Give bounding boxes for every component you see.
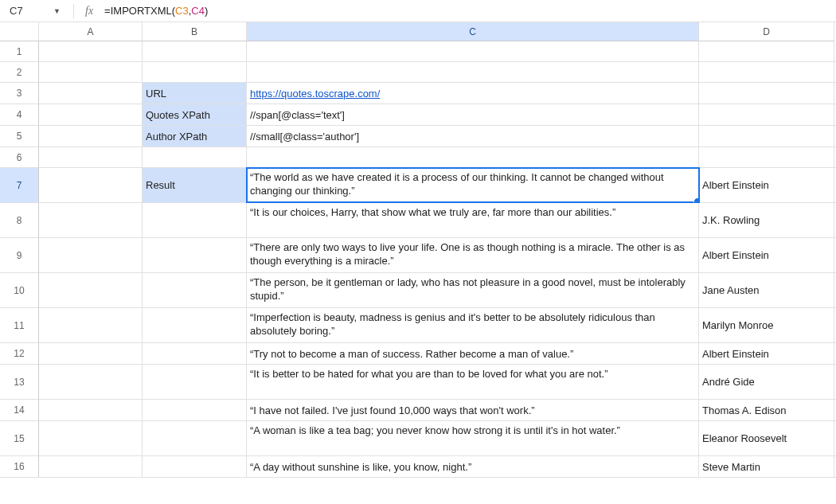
divider <box>73 4 74 18</box>
cell-B4[interactable]: Quotes XPath <box>143 104 247 125</box>
cell-B13[interactable] <box>143 365 247 399</box>
grid: 12345678910111213141516 URLhttps://quote… <box>0 41 836 478</box>
cell-C3[interactable]: https://quotes.toscrape.com/ <box>247 83 699 104</box>
cells: URLhttps://quotes.toscrape.com/Quotes XP… <box>39 41 836 478</box>
cell-A12[interactable] <box>39 343 143 364</box>
cell-D5[interactable] <box>699 126 834 147</box>
cell-A1[interactable] <box>39 41 143 61</box>
select-all-corner[interactable] <box>0 22 39 41</box>
cell-B5[interactable]: Author XPath <box>143 126 247 147</box>
cell-A5[interactable] <box>39 126 143 147</box>
cell-C7[interactable]: “The world as we have created it is a pr… <box>247 168 699 202</box>
cell-A10[interactable] <box>39 273 143 307</box>
cell-B7[interactable]: Result <box>143 168 247 202</box>
cell-D4[interactable] <box>699 104 834 125</box>
cell-D15[interactable]: Eleanor Roosevelt <box>699 421 834 455</box>
cell-D16[interactable]: Steve Martin <box>699 456 834 477</box>
row-11: “Imperfection is beauty, madness is geni… <box>39 308 836 343</box>
cell-A11[interactable] <box>39 308 143 342</box>
cell-B16[interactable] <box>143 456 247 477</box>
cell-A13[interactable] <box>39 365 143 399</box>
row-header-14[interactable]: 14 <box>0 400 39 421</box>
cell-D2[interactable] <box>699 62 834 82</box>
cell-D9[interactable]: Albert Einstein <box>699 238 834 272</box>
dropdown-icon[interactable]: ▼ <box>53 7 61 15</box>
row-15: “A woman is like a tea bag; you never kn… <box>39 421 836 456</box>
row-header-13[interactable]: 13 <box>0 365 39 400</box>
cell-A2[interactable] <box>39 62 143 82</box>
cell-C15[interactable]: “A woman is like a tea bag; you never kn… <box>247 421 699 455</box>
column-header-A[interactable]: A <box>39 22 143 41</box>
cell-B10[interactable] <box>143 273 247 307</box>
row-header-3[interactable]: 3 <box>0 83 39 104</box>
row-header-11[interactable]: 11 <box>0 308 39 343</box>
formula-input[interactable]: =IMPORTXML(C3,C4) <box>104 5 831 17</box>
cell-C12[interactable]: “Try not to become a man of success. Rat… <box>247 343 699 364</box>
cell-A9[interactable] <box>39 238 143 272</box>
row-header-5[interactable]: 5 <box>0 126 39 147</box>
cell-B12[interactable] <box>143 343 247 364</box>
row-header-1[interactable]: 1 <box>0 41 39 62</box>
row-header-6[interactable]: 6 <box>0 147 39 168</box>
cell-C6[interactable] <box>247 147 699 167</box>
cell-A15[interactable] <box>39 421 143 455</box>
cell-C1[interactable] <box>247 41 699 61</box>
cell-C14[interactable]: “I have not failed. I've just found 10,0… <box>247 400 699 420</box>
row-header-16[interactable]: 16 <box>0 456 39 478</box>
cell-D8[interactable]: J.K. Rowling <box>699 203 834 237</box>
cell-C13[interactable]: “It is better to be hated for what you a… <box>247 365 699 399</box>
cell-B2[interactable] <box>143 62 247 82</box>
cell-B9[interactable] <box>143 238 247 272</box>
row-header-7[interactable]: 7 <box>0 168 39 203</box>
row-header-9[interactable]: 9 <box>0 238 39 273</box>
row-6 <box>39 147 836 168</box>
cell-C2[interactable] <box>247 62 699 82</box>
cell-A16[interactable] <box>39 456 143 477</box>
cell-C9[interactable]: “There are only two ways to live your li… <box>247 238 699 272</box>
cell-B8[interactable] <box>143 203 247 237</box>
row-3: URLhttps://quotes.toscrape.com/ <box>39 83 836 104</box>
cell-C11[interactable]: “Imperfection is beauty, madness is geni… <box>247 308 699 342</box>
cell-B15[interactable] <box>143 421 247 455</box>
cell-C16[interactable]: “A day without sunshine is like, you kno… <box>247 456 699 477</box>
column-header-B[interactable]: B <box>143 22 247 41</box>
cell-B6[interactable] <box>143 147 247 167</box>
cell-B14[interactable] <box>143 400 247 420</box>
cell-A4[interactable] <box>39 104 143 125</box>
row-4: Quotes XPath//span[@class='text'] <box>39 104 836 126</box>
name-box-value: C7 <box>10 5 53 17</box>
row-header-8[interactable]: 8 <box>0 203 39 238</box>
cell-D7[interactable]: Albert Einstein <box>699 168 834 202</box>
cell-C10[interactable]: “The person, be it gentleman or lady, wh… <box>247 273 699 307</box>
row-header-15[interactable]: 15 <box>0 421 39 456</box>
cell-D1[interactable] <box>699 41 834 61</box>
cell-B1[interactable] <box>143 41 247 61</box>
row-headers: 12345678910111213141516 <box>0 41 39 478</box>
row-1 <box>39 41 836 62</box>
column-header-D[interactable]: D <box>699 22 834 41</box>
url-link[interactable]: https://quotes.toscrape.com/ <box>250 87 380 100</box>
cell-D10[interactable]: Jane Austen <box>699 273 834 307</box>
cell-C4[interactable]: //span[@class='text'] <box>247 104 699 125</box>
row-header-10[interactable]: 10 <box>0 273 39 308</box>
cell-A7[interactable] <box>39 168 143 202</box>
row-header-4[interactable]: 4 <box>0 104 39 126</box>
row-header-2[interactable]: 2 <box>0 62 39 83</box>
cell-D11[interactable]: Marilyn Monroe <box>699 308 834 342</box>
cell-C8[interactable]: “It is our choices, Harry, that show wha… <box>247 203 699 237</box>
cell-B11[interactable] <box>143 308 247 342</box>
cell-D6[interactable] <box>699 147 834 167</box>
cell-C5[interactable]: //small[@class='author'] <box>247 126 699 147</box>
cell-D14[interactable]: Thomas A. Edison <box>699 400 834 420</box>
cell-A3[interactable] <box>39 83 143 104</box>
name-box[interactable]: C7 ▼ <box>5 5 65 17</box>
column-header-C[interactable]: C <box>247 22 699 41</box>
cell-B3[interactable]: URL <box>143 83 247 104</box>
row-header-12[interactable]: 12 <box>0 343 39 365</box>
cell-A6[interactable] <box>39 147 143 167</box>
cell-A14[interactable] <box>39 400 143 420</box>
cell-A8[interactable] <box>39 203 143 237</box>
cell-D13[interactable]: André Gide <box>699 365 834 399</box>
cell-D12[interactable]: Albert Einstein <box>699 343 834 364</box>
cell-D3[interactable] <box>699 83 834 104</box>
